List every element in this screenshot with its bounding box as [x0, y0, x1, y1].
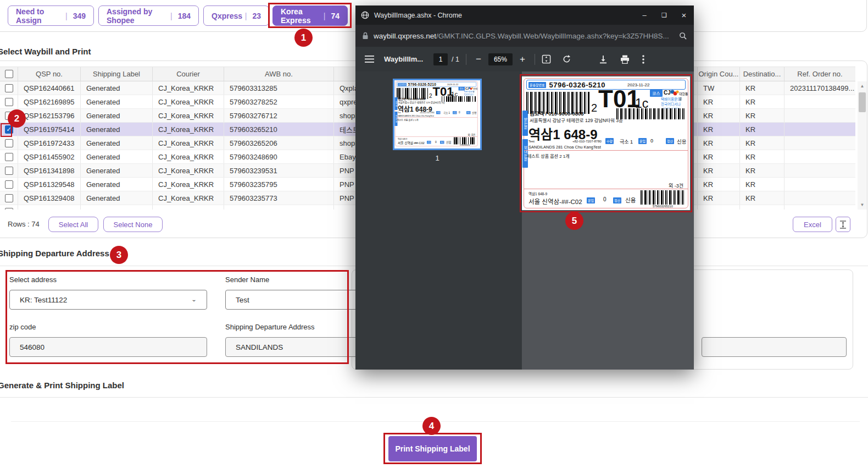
cell-shipping-label: Generated — [80, 205, 152, 210]
row-select-cell — [0, 95, 18, 108]
menu-icon[interactable] — [365, 56, 374, 63]
cj-logo: CJ — [664, 90, 671, 96]
cell-qsp-no: QSP162153796 — [18, 109, 80, 122]
fit-to-page-icon[interactable] — [542, 54, 551, 64]
row-select-cell — [0, 178, 18, 191]
rotate-icon[interactable] — [562, 54, 571, 64]
departure-address-input[interactable]: SANDILANDS — [225, 337, 360, 357]
scrollbar-thumb[interactable] — [859, 92, 866, 112]
cell-courier: CJ_Korea_KRKR — [152, 150, 224, 163]
page-thumbnail[interactable]: 운송장번호 5796-0326-5210 2023-11-22 2 T01 1c… — [394, 80, 480, 148]
fee-value: 0 — [459, 111, 460, 114]
row-checkbox[interactable] — [5, 153, 13, 161]
cell-shipping-label: Generated — [80, 81, 152, 95]
download-icon[interactable] — [599, 55, 608, 64]
cell-ref-order-no — [784, 178, 855, 191]
annotation-badge-4: 4 — [422, 417, 441, 435]
excel-button[interactable]: Excel — [793, 217, 832, 232]
departure-address-label: Shipping Departure Address — [225, 323, 315, 331]
cell-courier: CJ_Korea_KRKR — [152, 109, 224, 122]
barcode-number: 579603265210 — [653, 205, 673, 208]
close-button[interactable]: × — [680, 10, 688, 20]
zoom-out-button[interactable]: − — [473, 54, 484, 65]
row-checkbox[interactable] — [5, 167, 13, 175]
cell-courier: CJ_Korea_KRKR — [152, 191, 224, 205]
cell-destination: KR — [739, 123, 784, 136]
row-height-toggle-button[interactable] — [836, 217, 850, 232]
cell-ref-order-no: 2640600078 — [784, 205, 855, 210]
tab-qxpress[interactable]: Qxpress | 23 — [203, 5, 269, 26]
waybill-image-popup-window: WaybillImage.ashx - Chrome – ❑ × waybill… — [355, 5, 694, 370]
page-total-label: / 1 — [452, 56, 459, 63]
row-checkbox[interactable] — [5, 98, 13, 106]
url-text[interactable]: waybill.qxpress.net/GMKT.INC.GLPS.Waybil… — [374, 32, 679, 40]
search-icon[interactable] — [679, 32, 687, 40]
row-checkbox[interactable] — [5, 208, 13, 210]
cell-origin-country: KR — [697, 109, 739, 122]
select-none-button[interactable]: Select None — [103, 217, 163, 232]
cell-ref-order-no — [784, 150, 855, 163]
table-scrollbar[interactable]: ▲ ▼ — [858, 81, 867, 210]
cell-shipping-label: Generated — [80, 123, 152, 136]
select-address-value: KR: Test11122 — [20, 296, 67, 304]
cell-ref-order-no — [784, 164, 855, 177]
more-options-icon[interactable] — [642, 55, 644, 64]
row-checkbox[interactable] — [5, 180, 13, 189]
minimize-button[interactable]: – — [640, 11, 649, 19]
zoom-level-input[interactable]: 65% — [488, 53, 513, 65]
tab-count-divider: | — [324, 12, 326, 20]
cell-courier: CJ_Korea_KRKR — [152, 178, 224, 191]
select-all-button[interactable]: Select All — [48, 217, 98, 232]
annotation-badge-2: 2 — [8, 109, 26, 128]
row-checkbox[interactable] — [5, 84, 13, 92]
row-checkbox[interactable] — [5, 139, 13, 147]
cell-destination: KR — [739, 191, 784, 205]
barcode-secondary — [616, 108, 685, 119]
maximize-button[interactable]: ❑ — [660, 12, 669, 19]
print-shipping-label-button[interactable]: Print Shipping Label — [388, 436, 477, 461]
scroll-up-icon[interactable]: ▲ — [858, 81, 867, 91]
qty-value: 극소 1 — [620, 138, 633, 145]
cell-awb-no: 579603265210 — [224, 123, 333, 136]
cell-shipping-label: Generated — [80, 178, 152, 191]
cell-destination: KR — [739, 178, 784, 191]
header-ref-order-no: Ref. Order no. — [784, 67, 855, 81]
zoom-in-button[interactable]: + — [517, 54, 528, 65]
zip-code-label: zip code — [9, 323, 36, 331]
sender-small: Test — [528, 140, 535, 143]
pay-chip: 정산 — [466, 111, 471, 114]
cell-qsp-no: QSP161455902 — [18, 150, 80, 163]
item-description: 테스트 상품 옵션 2 1개 — [527, 153, 570, 159]
select-address-dropdown[interactable]: KR: Test11122 ⌄ — [9, 290, 207, 310]
departure-address-detail-input[interactable] — [702, 337, 847, 357]
cell-awb-no: 579603278252 — [224, 95, 333, 108]
tab-need-to-assign[interactable]: Need to Assign | 349 — [8, 5, 94, 26]
zip-code-input[interactable]: 546080 — [9, 337, 207, 357]
fee-chip: 운임 — [453, 111, 457, 114]
row-select-cell — [0, 81, 18, 95]
tab-korea-express[interactable]: Korea Express | 74 — [272, 5, 348, 26]
sender-name-value: Test — [236, 296, 249, 304]
sort-prefix: 2 — [429, 93, 432, 100]
pay-chip: 정산 — [666, 138, 674, 144]
page-number-input[interactable]: 1 — [433, 53, 448, 65]
tab-count: 74 — [331, 12, 340, 20]
sender-name-input[interactable]: Test — [225, 290, 360, 310]
row-checkbox[interactable] — [5, 194, 13, 202]
sender-phone: +82-010-7207-8780 — [420, 112, 434, 114]
tab-count: 184 — [178, 12, 191, 20]
header-courier: Courier — [152, 67, 224, 81]
footer-small-address: 역삼1 648-9 — [528, 191, 547, 196]
print-icon[interactable] — [620, 55, 630, 64]
cell-shipping-label: Generated — [80, 150, 152, 163]
cell-awb-no: 579603235795 — [224, 178, 333, 191]
footer-fee-value: 0 — [435, 140, 437, 144]
waybill-section-title: Select Waybill and Print — [0, 47, 91, 56]
cell-ref-order-no — [784, 95, 855, 108]
header-checkbox[interactable] — [5, 70, 13, 78]
tab-assigned-by-shopee[interactable]: Assigned by Shopee | 184 — [98, 5, 199, 26]
cell-qsp-no: QSP161329548 — [18, 178, 80, 191]
scroll-down-icon[interactable]: ▼ — [858, 200, 867, 210]
pdf-thumbnail-sidebar: 운송장번호 5796-0326-5210 2023-11-22 2 T01 1c… — [355, 71, 522, 370]
cell-shipping-label: Generated — [80, 95, 152, 108]
